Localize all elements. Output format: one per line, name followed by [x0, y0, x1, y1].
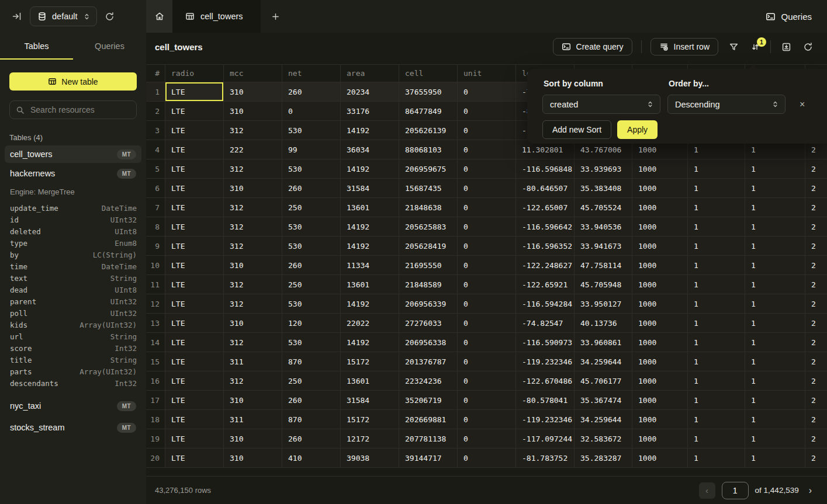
- table-cell[interactable]: 11334: [341, 256, 399, 275]
- table-cell[interactable]: 530: [282, 294, 341, 314]
- filter-button[interactable]: [727, 42, 740, 52]
- row-number[interactable]: 1: [146, 82, 165, 102]
- table-cell[interactable]: 45.705524: [575, 198, 632, 217]
- table-cell[interactable]: 2: [805, 352, 827, 371]
- table-cell[interactable]: 1: [745, 237, 805, 256]
- table-cell[interactable]: LTE: [165, 333, 224, 352]
- table-cell[interactable]: 34.259644: [575, 410, 632, 429]
- table-cell[interactable]: 260: [282, 429, 341, 449]
- table-cell[interactable]: 47.758114: [575, 256, 632, 275]
- table-cell[interactable]: -122.248627: [516, 256, 575, 275]
- table-cell[interactable]: 1: [688, 198, 745, 217]
- sidebar-tab-queries[interactable]: Queries: [73, 33, 146, 60]
- table-cell[interactable]: -122.65921: [516, 275, 575, 294]
- table-cell[interactable]: 250: [282, 198, 341, 217]
- table-cell[interactable]: 15172: [341, 352, 399, 371]
- tab-cell-towers[interactable]: cell_towers: [172, 0, 261, 33]
- table-cell[interactable]: 33176: [341, 102, 399, 121]
- table-cell[interactable]: 15172: [341, 410, 399, 429]
- table-cell[interactable]: 0: [458, 140, 516, 159]
- table-cell[interactable]: 0: [458, 102, 516, 121]
- column-header-#[interactable]: #: [146, 64, 165, 82]
- table-cell[interactable]: 1000: [632, 256, 688, 275]
- table-cell[interactable]: 2: [805, 198, 827, 217]
- table-cell[interactable]: LTE: [165, 217, 224, 237]
- row-number[interactable]: 15: [146, 352, 165, 371]
- table-cell[interactable]: 2: [805, 333, 827, 352]
- sidebar-item-stocks_stream[interactable]: stocks_streamMT: [5, 419, 141, 436]
- queries-panel-button[interactable]: Queries: [766, 0, 812, 33]
- table-cell[interactable]: LTE: [165, 429, 224, 449]
- table-cell[interactable]: LTE: [165, 179, 224, 198]
- remove-sort-button[interactable]: ×: [796, 99, 808, 110]
- table-cell[interactable]: 312: [224, 198, 282, 217]
- refresh-table-button[interactable]: [801, 42, 814, 52]
- table-cell[interactable]: 205628419: [399, 237, 458, 256]
- table-cell[interactable]: 1000: [632, 237, 688, 256]
- table-cell[interactable]: 311: [224, 352, 282, 371]
- next-page-button[interactable]: ›: [805, 485, 815, 496]
- refresh-database-button[interactable]: [105, 12, 115, 22]
- table-cell[interactable]: 260: [282, 256, 341, 275]
- row-number[interactable]: 18: [146, 410, 165, 429]
- table-cell[interactable]: 0: [458, 121, 516, 140]
- table-cell[interactable]: 12172: [341, 429, 399, 449]
- table-cell[interactable]: 1: [745, 410, 805, 429]
- table-cell[interactable]: 1000: [632, 449, 688, 468]
- table-cell[interactable]: 530: [282, 121, 341, 140]
- table-cell[interactable]: 2: [805, 179, 827, 198]
- table-cell[interactable]: 2: [805, 429, 827, 449]
- table-cell[interactable]: 1: [745, 159, 805, 179]
- table-cell[interactable]: 2: [805, 449, 827, 468]
- table-cell[interactable]: 1: [745, 352, 805, 371]
- table-cell[interactable]: 1: [745, 217, 805, 237]
- table-cell[interactable]: 312: [224, 333, 282, 352]
- row-number[interactable]: 4: [146, 140, 165, 159]
- sort-order-select[interactable]: Descending: [667, 95, 786, 114]
- table-cell[interactable]: 1: [745, 294, 805, 314]
- table-cell[interactable]: 22022: [341, 314, 399, 333]
- sidebar-item-cell_towers[interactable]: cell_towersMT: [5, 145, 141, 163]
- table-cell[interactable]: 14192: [341, 159, 399, 179]
- table-cell[interactable]: 2: [805, 371, 827, 391]
- table-cell[interactable]: 1: [745, 179, 805, 198]
- table-cell[interactable]: 22324236: [399, 371, 458, 391]
- table-cell[interactable]: 1000: [632, 275, 688, 294]
- row-number[interactable]: 19: [146, 429, 165, 449]
- table-cell[interactable]: LTE: [165, 140, 224, 159]
- table-cell[interactable]: -116.594284: [516, 294, 575, 314]
- table-cell[interactable]: 530: [282, 237, 341, 256]
- table-cell[interactable]: 33.939693: [575, 159, 632, 179]
- table-cell[interactable]: 310: [224, 179, 282, 198]
- table-cell[interactable]: -116.590973: [516, 333, 575, 352]
- table-cell[interactable]: 0: [458, 256, 516, 275]
- table-cell[interactable]: 37655950: [399, 82, 458, 102]
- column-header-cell[interactable]: cell: [399, 64, 458, 82]
- table-cell[interactable]: 39038: [341, 449, 399, 468]
- column-header-area[interactable]: area: [341, 64, 399, 82]
- table-cell[interactable]: 35.367474: [575, 391, 632, 410]
- table-cell[interactable]: 34.259644: [575, 352, 632, 371]
- table-cell[interactable]: 202669881: [399, 410, 458, 429]
- table-cell[interactable]: 21848589: [399, 275, 458, 294]
- table-cell[interactable]: 206956339: [399, 294, 458, 314]
- table-cell[interactable]: 33.960861: [575, 333, 632, 352]
- table-cell[interactable]: 1: [688, 333, 745, 352]
- row-number[interactable]: 6: [146, 179, 165, 198]
- sort-button[interactable]: 1: [749, 42, 762, 52]
- table-cell[interactable]: 1: [745, 429, 805, 449]
- insert-row-button[interactable]: Insert row: [650, 38, 718, 55]
- table-cell[interactable]: -81.783752: [516, 449, 575, 468]
- table-cell[interactable]: 36034: [341, 140, 399, 159]
- table-cell[interactable]: 86477849: [399, 102, 458, 121]
- table-cell[interactable]: 88068103: [399, 140, 458, 159]
- table-cell[interactable]: 32.583672: [575, 429, 632, 449]
- table-cell[interactable]: LTE: [165, 371, 224, 391]
- table-cell[interactable]: 45.706177: [575, 371, 632, 391]
- row-number[interactable]: 11: [146, 275, 165, 294]
- table-cell[interactable]: 530: [282, 159, 341, 179]
- table-cell[interactable]: 1000: [632, 159, 688, 179]
- table-cell[interactable]: 1: [745, 449, 805, 468]
- row-number[interactable]: 14: [146, 333, 165, 352]
- search-input[interactable]: [29, 105, 130, 115]
